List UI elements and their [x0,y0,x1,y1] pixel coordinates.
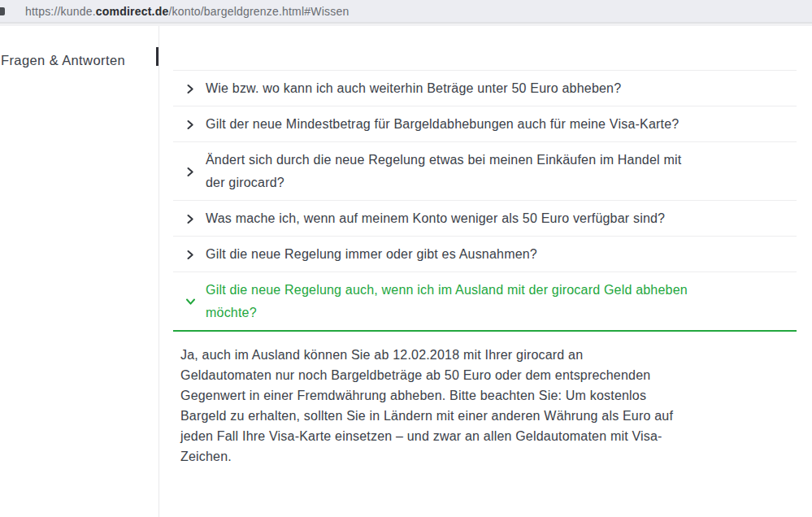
faq-answer-text: Ja, auch im Ausland können Sie ab 12.02.… [180,345,676,467]
url-path: /konto/bargeldgrenze.html#Wissen [168,5,349,18]
url-prefix: https://kunde. [25,5,96,18]
faq-item-2[interactable]: Gilt der neue Mindestbetrag für Bargelda… [173,106,797,141]
faq-question-text: Gilt der neue Mindestbetrag für Bargelda… [206,113,679,136]
faq-item-4[interactable]: Was mache ich, wenn auf meinem Konto wen… [173,200,797,236]
sidebar-item-fragen-antworten[interactable]: Fragen & Antworten [1,53,125,68]
faq-question-text: Gilt die neue Regelung auch, wenn ich im… [206,279,693,324]
url-domain: comdirect.de [96,5,169,18]
chevron-right-icon [173,214,206,224]
faq-item-3[interactable]: Ändert sich durch die neue Regelung etwa… [173,141,797,200]
vertical-divider [158,26,159,517]
faq-item-6-expanded[interactable]: Gilt die neue Regelung auch, wenn ich im… [173,272,797,332]
faq-item-1[interactable]: Wie bzw. wo kann ich auch weiterhin Betr… [173,70,797,106]
chevron-right-icon [173,167,206,177]
chevron-right-icon [173,250,206,260]
chevron-right-icon [173,119,206,130]
urlbar-bottom-divider [0,24,812,26]
faq-accordion: Wie bzw. wo kann ich auch weiterhin Betr… [173,70,797,467]
faq-question-text: Gilt die neue Regelung immer oder gibt e… [206,243,537,266]
faq-question-text: Ändert sich durch die neue Regelung etwa… [206,149,693,194]
browser-url-bar[interactable]: https://kunde.comdirect.de/konto/bargeld… [0,0,812,24]
faq-item-5[interactable]: Gilt die neue Regelung immer oder gibt e… [173,236,797,272]
faq-question-text: Wie bzw. wo kann ich auch weiterhin Betr… [206,77,621,100]
faq-question-text: Was mache ich, wenn auf meinem Konto wen… [206,207,665,230]
chevron-right-icon [173,84,206,94]
chevron-down-icon [173,297,206,306]
page-url: https://kunde.comdirect.de/konto/bargeld… [25,5,349,18]
truncated-browser-icon [0,7,5,15]
